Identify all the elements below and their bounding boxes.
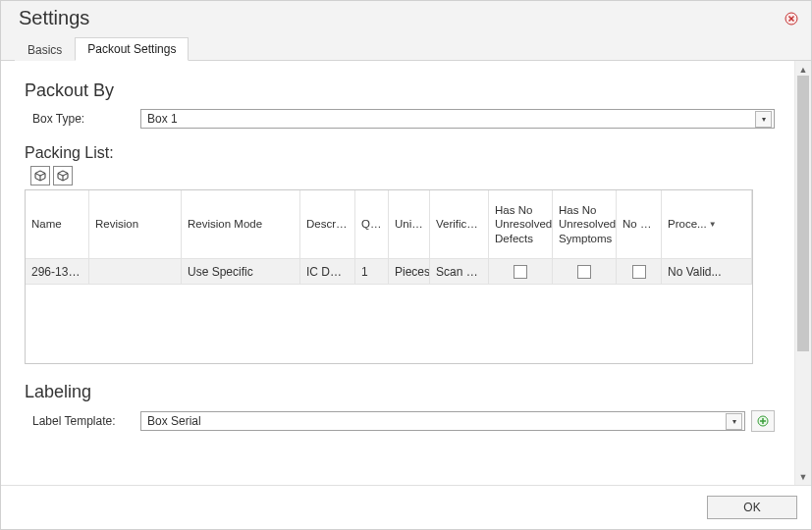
tab-basics[interactable]: Basics — [15, 38, 75, 61]
packing-list-title: Packing List: — [25, 144, 775, 162]
cell-revision-mode: Use Specific — [182, 259, 300, 285]
col-no-defects[interactable]: Has No Unresolved Defects — [489, 190, 553, 259]
checkbox[interactable] — [632, 265, 646, 279]
package-icon — [57, 170, 69, 182]
content-wrap: Packout By Box Type: Box 1 ▾ Packing Lis… — [1, 61, 811, 485]
scroll-thumb[interactable] — [797, 76, 809, 351]
window-header: Settings — [1, 1, 811, 35]
vertical-scrollbar[interactable]: ▲ ▼ — [794, 61, 811, 485]
packout-by-title: Packout By — [25, 80, 775, 101]
box-type-row: Box Type: Box 1 ▾ — [25, 109, 775, 129]
cell-name: 296-131... — [26, 259, 89, 285]
label-template-row: Label Template: Box Serial ▾ — [25, 410, 775, 432]
col-description[interactable]: Descript... — [300, 190, 355, 259]
tab-strip: Basics Packout Settings — [1, 35, 811, 61]
col-revision-mode[interactable]: Revision Mode — [182, 190, 300, 259]
cell-no-f — [617, 259, 662, 285]
settings-window: Settings Basics Packout Settings Packout… — [0, 0, 812, 530]
grid-header: Name Revision Revision Mode Descript... … — [26, 190, 752, 259]
box-type-label: Box Type: — [25, 112, 140, 126]
cell-revision — [89, 259, 182, 285]
labeling-title: Labeling — [25, 382, 775, 402]
scroll-up-icon[interactable]: ▲ — [797, 63, 810, 76]
label-template-value: Box Serial — [147, 414, 201, 428]
package-icon-button-1[interactable] — [30, 166, 50, 186]
box-type-value: Box 1 — [147, 112, 178, 126]
col-revision[interactable]: Revision — [89, 190, 182, 259]
sort-desc-icon: ▼ — [709, 220, 717, 230]
chevron-down-icon: ▾ — [726, 413, 742, 430]
cell-description: IC DRVR... — [300, 259, 355, 285]
page-title: Settings — [19, 7, 89, 29]
packing-list-toolbar — [30, 166, 775, 186]
scroll-track[interactable] — [795, 76, 811, 470]
col-no-f[interactable]: No F... — [617, 190, 662, 259]
close-button[interactable] — [784, 11, 799, 26]
col-quantity[interactable]: Qu... — [355, 190, 389, 259]
plus-icon — [757, 415, 769, 427]
cell-no-defects — [489, 259, 553, 285]
label-template-label: Label Template: — [25, 414, 140, 428]
dialog-footer: OK — [1, 485, 811, 529]
package-icon — [34, 170, 46, 182]
label-template-select[interactable]: Box Serial ▾ — [140, 411, 745, 431]
package-icon-button-2[interactable] — [53, 166, 73, 186]
cell-no-symptoms — [553, 259, 617, 285]
col-name[interactable]: Name — [26, 190, 89, 259]
content-area: Packout By Box Type: Box 1 ▾ Packing Lis… — [1, 61, 794, 485]
cell-quantity: 1 — [355, 259, 389, 285]
chevron-down-icon: ▾ — [755, 111, 772, 128]
scroll-down-icon[interactable]: ▼ — [797, 470, 810, 483]
col-verification[interactable]: Verificat... — [430, 190, 489, 259]
checkbox[interactable] — [577, 265, 591, 279]
box-type-select[interactable]: Box 1 ▾ — [140, 109, 775, 129]
col-no-symptoms[interactable]: Has No Unresolved Symptoms — [553, 190, 617, 259]
table-row[interactable]: 296-131... Use Specific IC DRVR... 1 Pie… — [26, 259, 752, 285]
add-label-template-button[interactable] — [751, 410, 775, 432]
close-icon — [785, 12, 798, 26]
col-units[interactable]: Unit... — [389, 190, 430, 259]
checkbox[interactable] — [514, 265, 527, 279]
cell-process: No Valid... — [662, 259, 752, 285]
packing-list-grid: Name Revision Revision Mode Descript... … — [25, 189, 753, 364]
ok-button[interactable]: OK — [707, 496, 797, 519]
cell-units: Pieces — [389, 259, 430, 285]
grid-empty-area — [26, 285, 752, 363]
tab-packout-settings[interactable]: Packout Settings — [75, 37, 189, 61]
cell-verification: Scan UID — [430, 259, 489, 285]
col-process[interactable]: Proce...▼ — [662, 190, 752, 259]
